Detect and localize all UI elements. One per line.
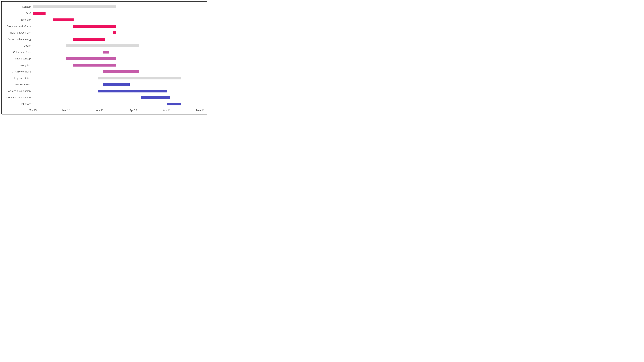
gantt-row: Design (33, 42, 202, 49)
row-label: Concept (22, 5, 31, 8)
gantt-row: Social media strategy (33, 36, 202, 42)
gantt-bar (141, 96, 170, 99)
row-label: Storyboard/Wireframe (7, 25, 31, 28)
gantt-chart: ConceptDraftTech planStoryboard/Wirefram… (2, 1, 207, 114)
gantt-row: Storyboard/Wireframe (33, 23, 202, 29)
gantt-row: Concept (33, 3, 202, 10)
gantt-bar (73, 38, 105, 41)
gantt-bar (33, 12, 46, 15)
row-label: Texts HP + Rest (14, 83, 31, 86)
gantt-bar (53, 18, 74, 21)
row-label: Social media strategy (8, 38, 31, 41)
gantt-bar (66, 57, 116, 60)
row-label: Colors and fonts (13, 51, 31, 54)
row-label: Frontend Development (6, 96, 31, 99)
gantt-bar (98, 90, 167, 92)
gantt-row: Colors and fonts (33, 49, 202, 55)
gantt-row: Navigation (33, 62, 202, 68)
gantt-row: Backend development (33, 88, 202, 94)
gantt-row: Draft (33, 10, 202, 17)
x-axis-tick: Apr 19 (130, 109, 137, 112)
gantt-bar (66, 44, 139, 47)
gantt-bar (73, 64, 116, 66)
row-label: Graphic elements (12, 70, 31, 73)
row-label: Implementation (14, 77, 31, 80)
gantt-bar (167, 103, 180, 105)
row-label: Draft (26, 12, 31, 15)
x-axis-tick: Mar 19 (62, 109, 70, 112)
row-label: Image concept (15, 57, 31, 60)
gantt-bar (103, 51, 109, 54)
row-label: Tech plan (21, 18, 31, 21)
gantt-bar (103, 70, 139, 73)
gantt-row: Graphic elements (33, 68, 202, 75)
row-label: Design (24, 44, 31, 47)
gantt-row: Implementation plan (33, 29, 202, 36)
row-label: Backend development (7, 90, 31, 93)
gantt-row: Texts HP + Rest (33, 81, 202, 88)
gantt-bar (113, 31, 116, 34)
row-label: Test phase (19, 103, 31, 105)
x-axis-tick: Mar 19 (29, 109, 37, 112)
gantt-row: Implementation (33, 75, 202, 81)
gantt-row: Image concept (33, 55, 202, 62)
gantt-bar (103, 83, 130, 86)
gantt-bar (73, 25, 116, 28)
x-axis-tick: May 19 (196, 109, 204, 112)
gantt-row: Test phase (33, 101, 202, 107)
x-axis: Mar 19Mar 19Apr 19Apr 19Apr 19May 19 (33, 107, 202, 114)
x-axis-tick: Apr 19 (163, 109, 170, 112)
row-label: Implementation plan (9, 31, 31, 34)
plot-area: ConceptDraftTech planStoryboard/Wirefram… (33, 3, 202, 107)
gantt-bar (98, 77, 181, 80)
gantt-row: Tech plan (33, 17, 202, 23)
gantt-bar (33, 5, 116, 8)
row-label: Navigation (20, 64, 31, 67)
gantt-row: Frontend Development (33, 94, 202, 101)
x-axis-tick: Apr 19 (96, 109, 104, 112)
